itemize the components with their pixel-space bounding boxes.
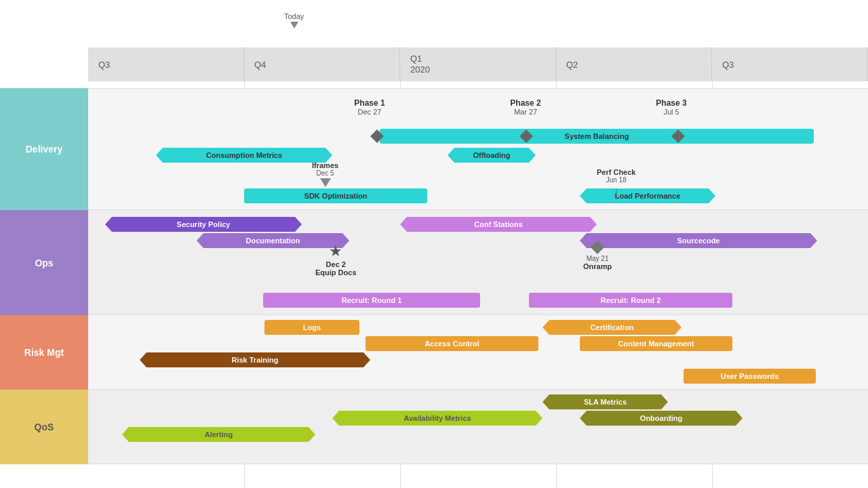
phase3-label: Phase 3 Jul 5 bbox=[644, 98, 698, 116]
bar-recruit-round2: Recruit: Round 2 bbox=[529, 293, 732, 308]
milestone-iframes: Iframes Dec 5 bbox=[312, 161, 338, 187]
today-triangle-icon bbox=[290, 22, 298, 28]
milestone-perf-check: Perf Check Jun 18 ↓ bbox=[597, 168, 635, 201]
quarter-q4: Q4 bbox=[244, 47, 400, 81]
bar-risk-training: Risk Training bbox=[140, 352, 370, 367]
row-label-qos: QoS bbox=[0, 390, 88, 464]
quarter-q3-next: Q3 bbox=[712, 47, 868, 81]
phase1-label: Phase 1 Dec 27 bbox=[342, 98, 397, 116]
today-label: Today bbox=[284, 12, 304, 20]
bar-access-control: Access Control bbox=[366, 336, 538, 351]
bar-certification: Certification bbox=[542, 320, 682, 335]
row-label-delivery: Delivery bbox=[0, 88, 88, 210]
bar-alerting: Alerting bbox=[122, 427, 315, 442]
bar-security-policy: Security Policy bbox=[105, 217, 302, 232]
iframes-triangle-icon bbox=[320, 178, 331, 187]
bar-offloading: Offloading bbox=[448, 148, 536, 163]
milestone-equip-docs: ★ Dec 2 Equip Docs bbox=[315, 243, 357, 277]
timeline-header: Q3 Q4 Q1 2020 Q2 Q3 bbox=[88, 47, 868, 81]
bar-consumption-metrics: Consumption Metrics bbox=[156, 148, 332, 163]
onramp-diamond-icon bbox=[591, 241, 604, 254]
quarter-q2: Q2 bbox=[556, 47, 712, 81]
quarter-q1-2020: Q1 2020 bbox=[400, 47, 556, 81]
bar-sourcecode: Sourcecode bbox=[580, 233, 817, 248]
bar-availability-metrics: Availability Metrics bbox=[332, 411, 542, 426]
row-label-risk-mgt: Risk Mgt bbox=[0, 315, 88, 390]
bar-recruit-round1: Recruit: Round 1 bbox=[263, 293, 480, 308]
bar-conf-stations: Conf Stations bbox=[400, 217, 597, 232]
bar-content-management: Content Management bbox=[580, 336, 732, 351]
perf-check-arrow-icon: ↓ bbox=[612, 184, 620, 201]
today-marker: Today bbox=[284, 12, 304, 28]
row-label-ops: Ops bbox=[0, 210, 88, 315]
quarter-q3-prev: Q3 bbox=[88, 47, 244, 81]
bar-sdk-optimization: SDK Optimization bbox=[244, 188, 427, 203]
gantt-chart: Today Q3 Q4 Q1 2020 Q2 Q3 bbox=[0, 0, 868, 488]
bar-user-passwords: User Passwords bbox=[684, 369, 816, 384]
phase2-label: Phase 2 Mar 27 bbox=[498, 98, 553, 116]
milestone-onramp: May 21 Onramp bbox=[583, 243, 612, 270]
bar-logs: Logs bbox=[264, 320, 359, 335]
bar-onboarding: Onboarding bbox=[580, 411, 743, 426]
bar-system-balancing: System Balancing bbox=[380, 129, 814, 144]
bar-sla-metrics: SLA Metrics bbox=[542, 394, 668, 409]
star-icon: ★ bbox=[329, 243, 342, 260]
